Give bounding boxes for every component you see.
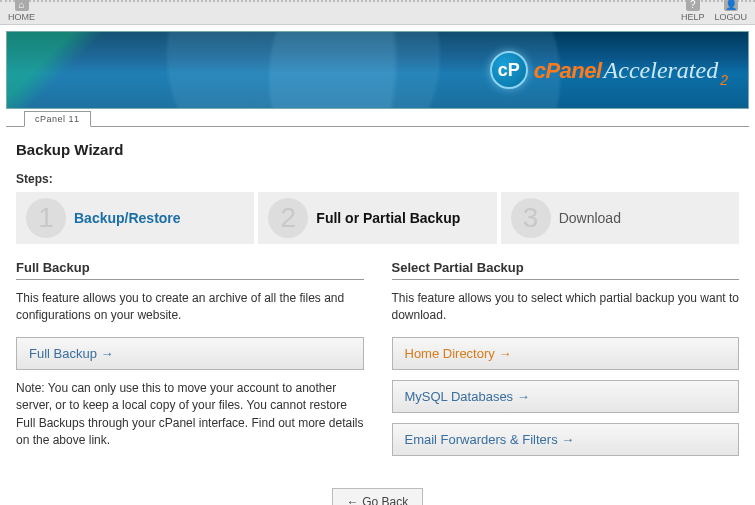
step-2[interactable]: 2 Full or Partial Backup (258, 192, 496, 244)
steps-label: Steps: (16, 172, 739, 186)
step-title: Backup/Restore (74, 210, 181, 226)
help-icon: ? (686, 0, 700, 11)
divider (392, 279, 740, 280)
tab-strip: cPanel 11 (6, 109, 749, 127)
help-button[interactable]: ? HELP (681, 0, 705, 22)
full-backup-desc: This feature allows you to create an arc… (16, 290, 364, 325)
brand-sub: 2 (720, 72, 728, 88)
go-back-button[interactable]: ← Go Back (332, 488, 423, 505)
wizard-steps: 1 Backup/Restore 2 Full or Partial Backu… (16, 192, 739, 244)
home-directory-button[interactable]: Home Directory → (392, 337, 740, 370)
mysql-databases-button[interactable]: MySQL Databases → (392, 380, 740, 413)
partial-backup-column: Select Partial Backup This feature allow… (392, 260, 740, 466)
help-label: HELP (681, 12, 705, 22)
partial-backup-desc: This feature allows you to select which … (392, 290, 740, 325)
home-icon: ⌂ (15, 0, 29, 11)
page-title: Backup Wizard (16, 141, 739, 158)
full-backup-note: Note: You can only use this to move your… (16, 380, 364, 450)
step-title: Download (559, 210, 621, 226)
full-backup-column: Full Backup This feature allows you to c… (16, 260, 364, 466)
step-title: Full or Partial Backup (316, 210, 460, 226)
full-backup-button[interactable]: Full Backup → (16, 337, 364, 370)
full-backup-heading: Full Backup (16, 260, 364, 275)
step-1[interactable]: 1 Backup/Restore (16, 192, 254, 244)
brand-cpanel: cPanel (534, 58, 602, 84)
banner: cP cPanel Accelerated 2 (6, 31, 749, 109)
brand-accelerated: Accelerated (604, 57, 719, 84)
home-button[interactable]: ⌂ HOME (8, 0, 35, 22)
step-number-icon: 2 (268, 198, 308, 238)
step-number-icon: 1 (26, 198, 66, 238)
tab-cpanel11[interactable]: cPanel 11 (24, 111, 91, 127)
top-toolbar: ⌂ HOME ? HELP 👤 LOGOU (0, 0, 755, 25)
logout-label: LOGOU (714, 12, 747, 22)
step-3[interactable]: 3 Download (501, 192, 739, 244)
divider (16, 279, 364, 280)
email-forwarders-button[interactable]: Email Forwarders & Filters → (392, 423, 740, 456)
home-label: HOME (8, 12, 35, 22)
logout-button[interactable]: 👤 LOGOU (714, 0, 747, 22)
cpanel-logo-icon: cP (490, 51, 528, 89)
partial-backup-heading: Select Partial Backup (392, 260, 740, 275)
step-number-icon: 3 (511, 198, 551, 238)
logout-icon: 👤 (724, 0, 738, 11)
